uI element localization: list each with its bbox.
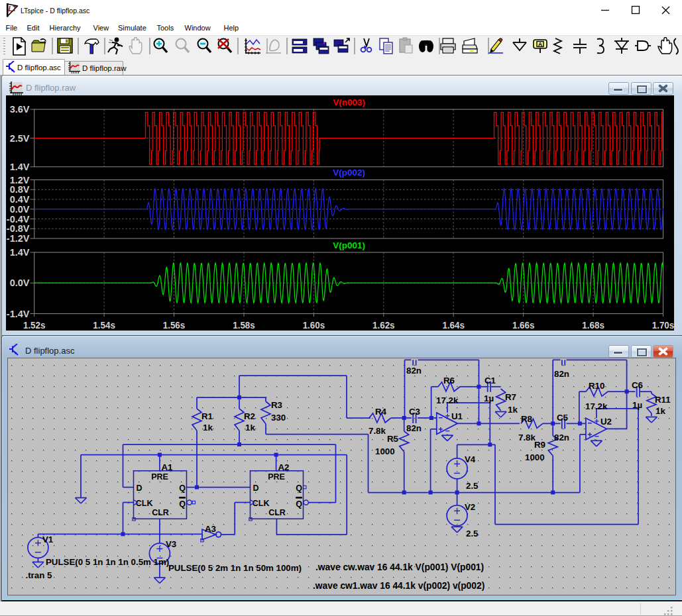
svg-text:R10: R10 — [589, 381, 604, 391]
svg-text:V2: V2 — [465, 502, 475, 512]
svg-text:7.8k: 7.8k — [518, 433, 536, 442]
svg-text:1k: 1k — [203, 423, 213, 433]
svg-text:1.62s: 1.62s — [372, 319, 395, 330]
svg-text:R4: R4 — [375, 407, 387, 417]
svg-text:R7: R7 — [505, 392, 516, 402]
svg-text:1.60s: 1.60s — [303, 319, 325, 330]
svg-text:V(p002): V(p002) — [333, 168, 365, 178]
svg-text:C3: C3 — [409, 407, 420, 417]
svg-text:1k: 1k — [655, 406, 665, 416]
svg-text:1.64s: 1.64s — [442, 319, 465, 330]
svg-text:A3: A3 — [205, 524, 216, 534]
svg-text:V4: V4 — [465, 454, 476, 464]
svg-text:V3: V3 — [166, 539, 176, 549]
svg-text:1k: 1k — [245, 423, 255, 433]
svg-text:R5: R5 — [387, 434, 399, 444]
svg-text:R1: R1 — [201, 411, 213, 421]
svg-text:V(p001): V(p001) — [333, 240, 365, 250]
svg-text:-0.4V: -0.4V — [7, 213, 30, 224]
svg-text:1000: 1000 — [525, 452, 545, 462]
svg-text:1.2V: 1.2V — [10, 174, 30, 185]
svg-text:17.2k: 17.2k — [585, 401, 608, 411]
svg-text:R2: R2 — [244, 411, 255, 421]
svg-text:CLR: CLR — [152, 508, 169, 517]
svg-text:PRE: PRE — [151, 472, 168, 482]
svg-text:.wave cw1.wav 16 44.1k v(p002): .wave cw1.wav 16 44.1k v(p002) v(p002) — [313, 581, 484, 591]
svg-text:82n: 82n — [406, 366, 422, 376]
svg-text:.wave cw.wav 16 44.1k V(p001): .wave cw.wav 16 44.1k V(p001) V(p001) — [315, 562, 484, 572]
svg-text:A1: A1 — [162, 462, 174, 472]
svg-text:1.56s: 1.56s — [163, 319, 186, 330]
svg-text:1µ: 1µ — [632, 400, 642, 410]
svg-text:Q: Q — [296, 499, 302, 509]
svg-text:C5: C5 — [557, 413, 569, 423]
svg-text:17.2k: 17.2k — [436, 395, 459, 405]
svg-text:-1.2V: -1.2V — [7, 233, 30, 244]
svg-text:1.68s: 1.68s — [582, 319, 604, 330]
svg-text:R9: R9 — [534, 440, 545, 450]
svg-text:C1: C1 — [484, 376, 496, 385]
svg-text:CLK: CLK — [253, 499, 270, 508]
svg-text:CLK: CLK — [136, 499, 153, 508]
svg-text:1.66s: 1.66s — [512, 319, 535, 330]
svg-text:PRE: PRE — [268, 472, 285, 482]
svg-text:1.70s: 1.70s — [652, 319, 674, 330]
svg-text:V1: V1 — [42, 535, 54, 544]
svg-text:2.5: 2.5 — [466, 481, 479, 491]
svg-text:3.6V: 3.6V — [10, 104, 30, 115]
svg-text:PULSE(0 5 2m 1n 1n 50m 100m): PULSE(0 5 2m 1n 1n 50m 100m) — [168, 563, 302, 573]
svg-text:PULSE(0 5 1n 1n 1n 0.5m 1m): PULSE(0 5 1n 1n 1n 0.5m 1m) — [46, 557, 169, 567]
svg-text:82n: 82n — [554, 433, 569, 442]
svg-text:0.4V: 0.4V — [10, 194, 30, 205]
svg-text:1000: 1000 — [375, 446, 395, 456]
svg-text:1.54s: 1.54s — [93, 319, 115, 330]
svg-text:U2: U2 — [600, 417, 612, 427]
svg-text:0.0V: 0.0V — [10, 278, 30, 288]
svg-text:82n: 82n — [406, 423, 422, 433]
svg-text:1.4V: 1.4V — [10, 162, 30, 172]
svg-text:1.58s: 1.58s — [233, 319, 255, 330]
svg-text:2.5V: 2.5V — [10, 132, 30, 143]
svg-text:1µ: 1µ — [484, 393, 494, 403]
svg-text:0.8V: 0.8V — [10, 184, 30, 195]
svg-text:Q: Q — [179, 484, 186, 493]
svg-text:D: D — [253, 484, 259, 493]
svg-text:A: A — [538, 41, 543, 48]
svg-text:V(n003): V(n003) — [333, 97, 365, 107]
svg-text:-1.4V: -1.4V — [7, 308, 30, 319]
svg-text:R8: R8 — [521, 414, 532, 424]
svg-text:330: 330 — [271, 413, 286, 423]
svg-text:A2: A2 — [278, 462, 290, 472]
svg-text:R3: R3 — [271, 400, 282, 410]
svg-text:-0.8V: -0.8V — [7, 223, 30, 234]
svg-text:LT: LT — [9, 5, 18, 13]
svg-text:.tran 5: .tran 5 — [26, 570, 53, 580]
svg-text:Q: Q — [296, 484, 302, 493]
svg-text:Q: Q — [179, 499, 186, 509]
svg-text:CLR: CLR — [268, 508, 286, 517]
svg-text:D: D — [137, 484, 142, 493]
svg-text:2.5: 2.5 — [466, 529, 479, 539]
svg-text:1.4V: 1.4V — [10, 247, 30, 258]
svg-text:C6: C6 — [632, 380, 643, 390]
svg-text:7.8k: 7.8k — [369, 426, 386, 436]
svg-text:R6: R6 — [443, 376, 455, 385]
svg-text:0.0V: 0.0V — [10, 203, 30, 214]
svg-text:1k: 1k — [508, 405, 518, 415]
svg-text:82n: 82n — [554, 369, 569, 379]
svg-text:1.52s: 1.52s — [23, 319, 46, 330]
svg-text:R11: R11 — [655, 395, 671, 405]
svg-text:U1: U1 — [451, 411, 463, 421]
